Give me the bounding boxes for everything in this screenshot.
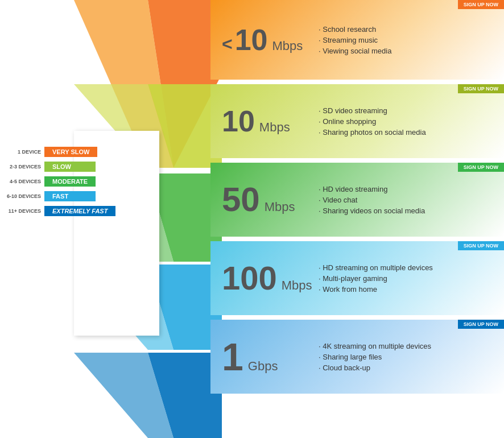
sign-up-2[interactable]: SIGN UP NOW — [458, 84, 504, 93]
sign-up-5[interactable]: SIGN UP NOW — [458, 320, 504, 329]
feature-list-5: 4K streaming on multiple devices Sharing… — [319, 341, 431, 373]
speed-badge-3: MODERATE — [44, 176, 96, 187]
device-count-5: 11+ DEVICES — [0, 208, 44, 214]
speed-unit-4: Mbps — [282, 278, 312, 293]
speed-badge-5: EXTREMELY FAST — [44, 206, 115, 216]
device-row-5: 11+ DEVICES EXTREMELY FAST — [0, 206, 159, 216]
panel-100: SIGN UP NOW 100 Mbps HD streaming on mul… — [210, 241, 504, 315]
main-container: 1 DEVICE VERY SLOW 2-3 DEVICES SLOW 4-5 … — [0, 0, 504, 438]
speed-display-4: 100 Mbps — [222, 262, 313, 295]
speed-badge-1: VERY SLOW — [44, 147, 97, 157]
device-row-1: 1 DEVICE VERY SLOW — [0, 147, 159, 157]
panel-10: SIGN UP NOW 10 Mbps SD video streaming O… — [210, 84, 504, 158]
feature-3-3: Sharing videos on social media — [319, 205, 425, 216]
feature-5-3: Cloud back-up — [319, 362, 431, 373]
speed-unit-5: Gbps — [248, 359, 278, 374]
feature-4-1: HD streaming on multiple devices — [319, 262, 433, 273]
feature-4-2: Multi-player gaming — [319, 273, 433, 284]
device-row-4: 6-10 DEVICES FAST — [0, 191, 159, 201]
device-count-1: 1 DEVICE — [0, 149, 44, 155]
feature-list-2: SD video streaming Online shopping Shari… — [319, 105, 426, 138]
feature-list-3: HD video streaming Video chat Sharing vi… — [319, 184, 425, 216]
sign-up-3[interactable]: SIGN UP NOW — [458, 163, 504, 172]
speed-number-4: 100 — [222, 262, 277, 295]
speed-badge-2: SLOW — [44, 162, 96, 172]
panel-10less: SIGN UP NOW < 10 Mbps School research St… — [210, 0, 504, 80]
speed-unit-3: Mbps — [265, 200, 295, 214]
speed-number-1: 10 — [235, 25, 268, 55]
speed-prefix-1: < — [222, 34, 233, 55]
device-row-2: 2-3 DEVICES SLOW — [0, 162, 159, 172]
sign-up-1[interactable]: SIGN UP NOW — [458, 0, 504, 9]
speed-display-1: < 10 Mbps — [222, 25, 313, 55]
panel-1gbps: SIGN UP NOW 1 Gbps 4K streaming on multi… — [210, 320, 504, 394]
panels-container: SIGN UP NOW < 10 Mbps School research St… — [210, 0, 504, 398]
feature-5-1: 4K streaming on multiple devices — [319, 341, 431, 352]
device-count-3: 4-5 DEVICES — [0, 179, 44, 184]
device-count-4: 6-10 DEVICES — [0, 193, 44, 199]
speed-number-5: 1 — [222, 337, 243, 376]
speed-unit-2: Mbps — [259, 120, 290, 135]
speed-unit-1: Mbps — [272, 39, 303, 53]
speed-number-2: 10 — [222, 106, 255, 136]
speed-badge-4: FAST — [44, 191, 96, 201]
feature-3-2: Video chat — [319, 195, 425, 205]
feature-2-1: SD video streaming — [319, 105, 426, 116]
feature-1-1: School research — [319, 24, 391, 35]
device-row-3: 4-5 DEVICES MODERATE — [0, 176, 159, 187]
panel-50: SIGN UP NOW 50 Mbps HD video streaming V… — [210, 163, 504, 237]
feature-2-3: Sharing photos on social media — [319, 127, 426, 138]
speed-display-3: 50 Mbps — [222, 183, 313, 217]
feature-list-1: School research Streaming music Viewing … — [319, 24, 391, 56]
feature-1-2: Streaming music — [319, 35, 391, 46]
feature-4-3: Work from home — [319, 284, 433, 295]
feature-5-2: Sharing large files — [319, 352, 431, 362]
feature-2-2: Online shopping — [319, 116, 426, 127]
feature-3-1: HD video streaming — [319, 184, 425, 195]
feature-1-3: Viewing social media — [319, 46, 391, 56]
sign-up-4[interactable]: SIGN UP NOW — [458, 241, 504, 250]
speed-display-2: 10 Mbps — [222, 106, 313, 136]
feature-list-4: HD streaming on multiple devices Multi-p… — [319, 262, 433, 295]
speed-number-3: 50 — [222, 183, 260, 217]
speed-display-5: 1 Gbps — [222, 337, 313, 376]
device-count-2: 2-3 DEVICES — [0, 164, 44, 170]
